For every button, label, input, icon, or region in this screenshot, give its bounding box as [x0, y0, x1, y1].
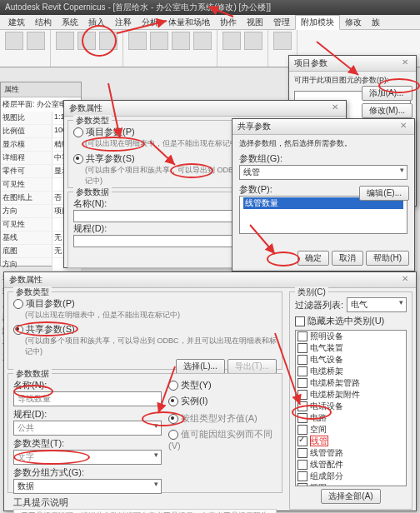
category-tree[interactable]: 照明设备电气装置电气设备电缆桥架电缆桥架管路电缆桥架附件电话设备电路空间线管线管…: [295, 330, 407, 486]
category-item[interactable]: 空间: [296, 424, 406, 436]
category-item[interactable]: 线管管路: [296, 447, 406, 459]
category-item[interactable]: 线管: [296, 436, 406, 447]
ribbon-icon[interactable]: [172, 32, 190, 50]
radio-instance[interactable]: 实例(I): [168, 395, 277, 407]
ribbon-tab[interactable]: 视图: [242, 16, 268, 29]
radio-type[interactable]: 类型(Y): [168, 379, 277, 391]
dialog-title: 共享参数✕: [232, 119, 414, 135]
category-item[interactable]: 照明设备: [296, 331, 406, 342]
dialog-title: 项目参数✕: [289, 56, 416, 72]
ribbon-tab[interactable]: 结构: [30, 16, 57, 29]
add-button[interactable]: 添加(A)...: [362, 86, 412, 101]
param-group-combo[interactable]: 数据: [13, 479, 162, 494]
ribbon-tab[interactable]: 建筑: [3, 16, 30, 29]
ribbon-tab[interactable]: 修改: [340, 16, 367, 29]
category-item[interactable]: 电缆桥架: [296, 366, 406, 377]
help-button[interactable]: 帮助(H): [366, 251, 409, 266]
tooltip-text: <无工具提示说明。编辑此参数以编写自定义工具提示。自定义工具提示限为 250..…: [13, 509, 277, 513]
category-item[interactable]: 视图: [296, 482, 406, 486]
category-item[interactable]: 电气装置: [296, 342, 406, 354]
ribbon-icon[interactable]: [244, 32, 262, 50]
param-type-combo[interactable]: 文字: [13, 450, 162, 465]
app-titlebar: Autodesk Revit Copernicus - [首层给水 - 办公室电…: [0, 0, 420, 15]
ribbon-tabs: 建筑结构系统插入注释分析体量和场地协作视图管理附加模块修改族: [0, 15, 420, 30]
category-item[interactable]: 电路: [296, 412, 406, 424]
select-button[interactable]: 选择(L)...: [176, 359, 225, 374]
ribbon-tab[interactable]: 附加模块: [295, 15, 340, 30]
param-props-dialog: 参数属性✕ 参数类型 项目参数(P) (可以出现在明细表中，但是不能出现在标记中…: [3, 271, 417, 511]
radio-vary[interactable]: 值可能因组实例而不同(V): [168, 428, 277, 451]
category-item[interactable]: 电话设备: [296, 401, 406, 412]
ribbon-icon[interactable]: [150, 32, 168, 50]
category-item[interactable]: 电缆桥架附件: [296, 389, 406, 401]
ribbon-tab[interactable]: 注释: [110, 16, 137, 29]
ribbon-icon[interactable]: [222, 32, 241, 50]
discipline-combo[interactable]: [73, 235, 253, 247]
ribbon-tab[interactable]: 管理: [268, 16, 295, 29]
category-item[interactable]: 电气设备: [296, 354, 406, 366]
modify-button[interactable]: 修改(M)...: [362, 103, 412, 118]
ribbon-icon[interactable]: [27, 32, 45, 50]
ok-button[interactable]: 确定: [298, 251, 329, 266]
close-icon[interactable]: ✕: [329, 102, 341, 112]
ribbon-tab[interactable]: 分析: [137, 16, 163, 29]
ribbon-tab[interactable]: 族: [367, 16, 385, 29]
ribbon-icon[interactable]: [193, 32, 212, 50]
ribbon-tab[interactable]: 协作: [215, 16, 242, 29]
ribbon-icon[interactable]: [128, 32, 147, 50]
cancel-button[interactable]: 取消: [332, 251, 363, 266]
category-item[interactable]: 线管配件: [296, 459, 406, 471]
ribbon-icon[interactable]: [99, 32, 118, 50]
ribbon-icon[interactable]: [78, 32, 96, 50]
ribbon-tab[interactable]: 体量和场地: [163, 16, 215, 29]
ribbon-tab[interactable]: 系统: [57, 16, 83, 29]
discipline-combo[interactable]: 公共: [13, 421, 162, 436]
hide-unchecked-checkbox[interactable]: 隐藏未选中类别(U): [295, 315, 407, 327]
category-item[interactable]: 电缆桥架管路: [296, 377, 406, 389]
radio-align[interactable]: 按组类型对齐值(A): [168, 412, 277, 425]
export-button: 导出(T)...: [228, 359, 277, 374]
category-item[interactable]: 组成部分: [296, 471, 406, 482]
dialog-title: 参数属性✕: [4, 272, 416, 288]
shared-params-dialog: 共享参数✕ 选择参数组，然后选择所需参数。 参数组(G): 线管 参数(P): …: [232, 118, 415, 271]
ribbon-tab[interactable]: 插入: [83, 16, 110, 29]
select-all-button[interactable]: 选择全部(A): [321, 489, 380, 504]
name-field: 导线数量: [13, 391, 162, 406]
name-field[interactable]: [73, 210, 253, 222]
close-icon[interactable]: ✕: [398, 121, 409, 130]
ribbon-icon[interactable]: [273, 32, 292, 50]
ribbon-icon[interactable]: [56, 32, 74, 50]
radio-shared-param[interactable]: 共享参数(S): [13, 323, 277, 336]
edit-button[interactable]: 编辑(E)...: [359, 186, 409, 201]
radio-project-param[interactable]: 项目参数(P): [13, 297, 277, 310]
param-group-combo[interactable]: 线管: [239, 165, 408, 180]
close-icon[interactable]: ✕: [399, 57, 411, 67]
ribbon-icon[interactable]: [5, 32, 23, 50]
close-icon[interactable]: ✕: [399, 274, 411, 283]
param-list[interactable]: 线管数量: [239, 196, 408, 234]
filter-combo[interactable]: 电气: [347, 297, 407, 312]
properties-header: 属性: [1, 82, 81, 97]
